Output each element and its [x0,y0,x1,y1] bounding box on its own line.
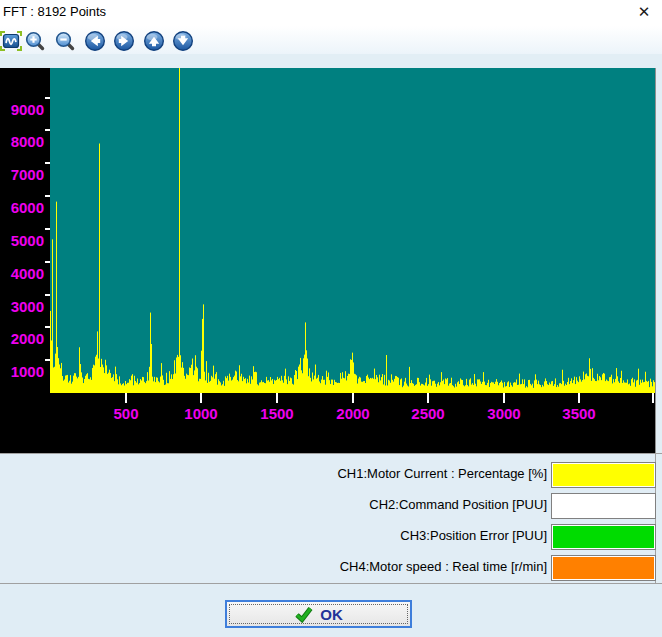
footer-bar: OK [0,584,662,637]
y-axis-tick [45,294,50,296]
x-axis-tick-label: 500 [96,405,156,422]
y-axis-tick-label: 2000 [0,330,44,347]
window-title: FFT : 8192 Points [3,4,106,19]
fft-dialog: FFT : 8192 Points ✕ [0,0,662,637]
x-axis-tick-label: 2000 [323,405,383,422]
x-axis-tick [578,393,580,403]
legend-color-swatch-ch2[interactable] [551,493,656,519]
legend-row-ch1: CH1:Motor Current : Percentage [%] [0,462,655,486]
legend-color-fill [553,495,654,517]
legend-label-ch2: CH2:Command Position [PUU] [0,493,547,517]
y-axis-tick-label: 7000 [0,166,44,183]
pan-right-icon[interactable] [113,30,135,52]
x-axis-tick [503,393,505,403]
legend-color-fill [553,526,654,548]
legend-label-ch4: CH4:Motor speed : Real time [r/min] [0,555,547,579]
x-axis-tick [352,393,354,403]
x-axis-tick [652,393,654,403]
x-axis-tick-label: 1500 [247,405,307,422]
legend-label-ch1: CH1:Motor Current : Percentage [%] [0,462,547,486]
close-icon[interactable]: ✕ [635,3,653,21]
x-axis-tick-label: 1000 [171,405,231,422]
y-axis-tick-label: 8000 [0,133,44,150]
pan-left-icon[interactable] [84,30,106,52]
y-axis-tick [45,195,50,197]
legend-color-swatch-ch4[interactable] [551,555,656,581]
legend-color-fill [553,557,654,579]
zoom-in-icon[interactable] [24,30,46,52]
x-axis-tick [427,393,429,403]
legend-panel: CH1:Motor Current : Percentage [%]CH2:Co… [0,454,656,583]
zoom-out-icon[interactable] [54,30,76,52]
x-axis-tick-label: 2500 [398,405,458,422]
y-axis-tick-label: 5000 [0,232,44,249]
y-axis-tick-label: 3000 [0,298,44,315]
legend-color-fill [553,464,654,486]
y-axis-tick [45,129,50,131]
toolbar [0,26,662,54]
toolbar-gap [0,54,662,68]
y-axis-tick-label: 1000 [0,363,44,380]
x-axis-tick [125,393,127,403]
y-axis-tick [45,359,50,361]
legend-row-ch4: CH4:Motor speed : Real time [r/min] [0,555,655,579]
ok-button-label: OK [320,606,343,623]
y-axis-tick-label: 6000 [0,199,44,216]
x-axis-tick-label: 3500 [549,405,609,422]
panel-divider-top [0,453,662,454]
legend-label-ch3: CH3:Position Error [PUU] [0,524,547,548]
y-axis-tick-label: 4000 [0,265,44,282]
legend-row-ch3: CH3:Position Error [PUU] [0,524,655,548]
legend-color-swatch-ch1[interactable] [551,462,656,488]
ok-button[interactable]: OK [225,600,412,628]
y-axis-tick-label: 9000 [0,101,44,118]
x-axis-tick-label: 3000 [474,405,534,422]
fft-plot-area [50,68,655,393]
y-axis-tick [45,261,50,263]
legend-color-swatch-ch3[interactable] [551,524,656,550]
waveform-display-icon[interactable] [0,30,22,52]
x-axis-tick [276,393,278,403]
x-axis-tick [200,393,202,403]
y-axis-tick [45,228,50,230]
legend-row-ch2: CH2:Command Position [PUU] [0,493,655,517]
y-axis-tick [45,326,50,328]
title-bar: FFT : 8192 Points ✕ [0,0,662,26]
y-axis-tick [45,162,50,164]
pan-up-icon[interactable] [143,30,165,52]
check-icon [294,606,313,623]
fft-chart-panel: 1000200030004000500060007000800090005001… [0,68,656,453]
y-axis-tick [45,97,50,99]
pan-down-icon[interactable] [172,30,194,52]
